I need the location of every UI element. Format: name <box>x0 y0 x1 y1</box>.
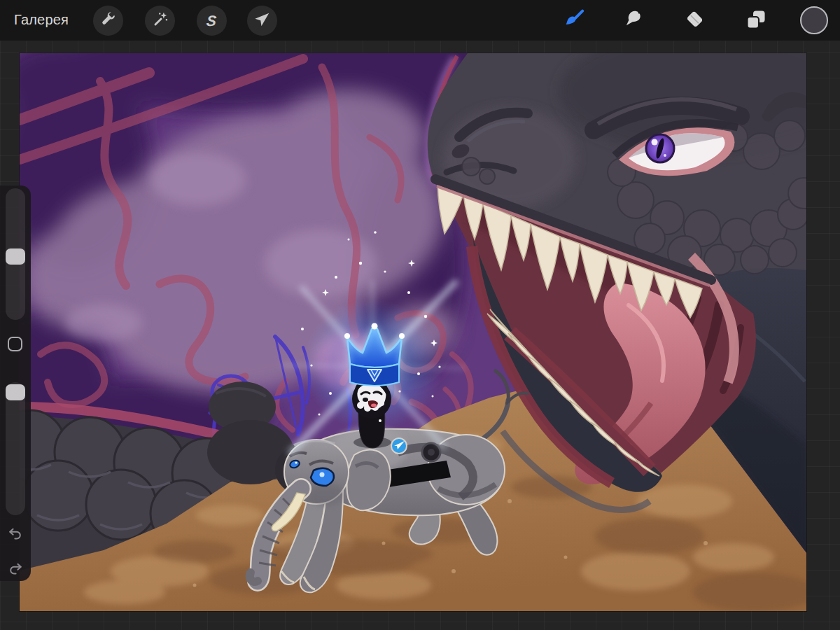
transform-arrow-icon <box>253 10 272 31</box>
brush-icon <box>562 8 586 34</box>
adjustments-button[interactable] <box>145 6 175 36</box>
selection-button[interactable]: S <box>197 6 227 36</box>
magic-wand-icon <box>151 10 169 31</box>
smudge-tool-button[interactable] <box>620 8 647 34</box>
modify-button[interactable] <box>8 337 22 351</box>
layers-icon <box>745 8 767 34</box>
brush-size-handle[interactable] <box>6 248 25 265</box>
top-toolbar: Галерея S <box>0 0 840 41</box>
actions-button[interactable] <box>93 6 123 36</box>
s-ribbon-icon: S <box>206 13 218 29</box>
wrench-icon <box>99 10 118 31</box>
color-well-button[interactable] <box>800 6 828 34</box>
layers-button[interactable] <box>743 8 769 34</box>
eraser-icon <box>683 8 706 34</box>
undo-button[interactable] <box>7 526 24 542</box>
telegram-plane-badge <box>391 438 407 454</box>
opacity-handle[interactable] <box>6 384 25 400</box>
left-sidebar <box>0 186 31 581</box>
transform-button[interactable] <box>247 6 277 36</box>
erase-tool-button[interactable] <box>681 8 708 34</box>
smudge-finger-icon <box>622 8 645 34</box>
gallery-button[interactable]: Галерея <box>14 12 69 28</box>
opacity-slider[interactable] <box>6 382 25 515</box>
canvas[interactable] <box>20 53 806 611</box>
canvas-artwork <box>20 53 806 611</box>
redo-button[interactable] <box>7 561 24 578</box>
redo-arrow-icon <box>7 568 24 580</box>
undo-arrow-icon <box>7 533 24 545</box>
paint-tool-button[interactable] <box>561 8 587 34</box>
